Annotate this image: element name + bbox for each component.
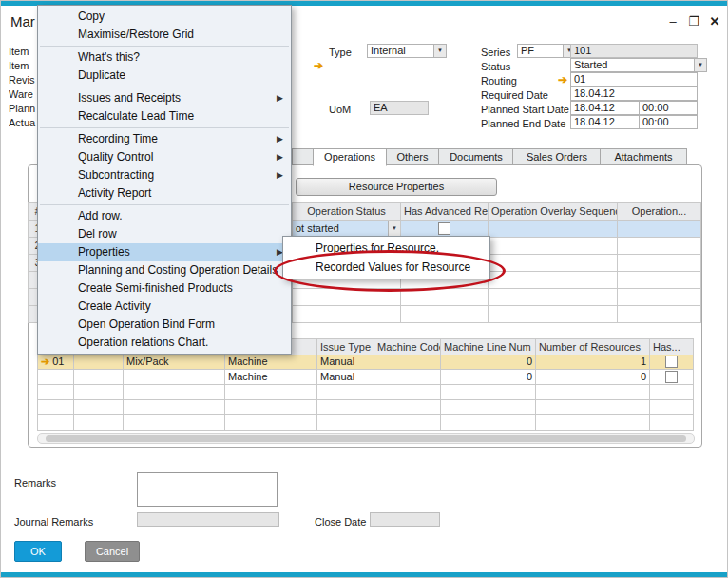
table-cell[interactable] [374, 385, 441, 400]
operation-name-cell[interactable]: Mix/Pack [124, 355, 225, 370]
series-dropdown[interactable]: PF ▼ [517, 44, 576, 58]
link-arrow-icon[interactable]: ➔ [558, 74, 567, 86]
table-cell[interactable] [618, 238, 701, 255]
close-date-field[interactable] [370, 512, 440, 527]
table-cell[interactable] [38, 400, 74, 415]
dropdown-arrow-icon[interactable]: ▼ [694, 59, 706, 71]
table-cell[interactable] [401, 289, 489, 306]
journal-remarks-field[interactable] [137, 512, 279, 527]
table-cell[interactable] [374, 400, 441, 415]
table-cell[interactable] [38, 415, 74, 431]
issue-type-cell[interactable]: Manual [317, 370, 374, 385]
menu-item-whats-this[interactable]: What's this? [38, 48, 291, 67]
machine-code-cell[interactable] [374, 370, 441, 385]
link-arrow-icon[interactable]: ➔ [314, 60, 323, 71]
has-checkbox[interactable] [665, 371, 678, 383]
table-cell[interactable] [317, 415, 374, 431]
uom-field[interactable]: EA [370, 101, 429, 115]
menu-item-open-operation-bind-form[interactable]: Open Operation Bind Form [38, 316, 291, 334]
table-cell[interactable] [317, 385, 374, 400]
menu-item-duplicate[interactable]: Duplicate [38, 67, 291, 85]
table-cell[interactable] [618, 272, 701, 289]
menu-item-copy[interactable]: Copy [38, 8, 291, 26]
table-cell[interactable] [489, 272, 618, 289]
menu-item-quality-control[interactable]: Quality Control▶ [38, 148, 291, 166]
has-checkbox[interactable] [665, 356, 678, 368]
table-cell[interactable] [536, 400, 650, 415]
table-cell[interactable] [317, 400, 374, 415]
menu-item-add-row[interactable]: Add row. [38, 207, 291, 225]
routing-field[interactable]: 01 [570, 72, 698, 87]
table-cell[interactable] [74, 400, 124, 415]
table-cell[interactable] [225, 385, 317, 400]
menu-item-del-row[interactable]: Del row [38, 225, 291, 243]
table-cell[interactable] [618, 255, 701, 272]
has-cell[interactable] [650, 370, 694, 385]
operation-code-cell[interactable]: ➔01 [38, 355, 74, 370]
menu-item-subcontracting[interactable]: Subcontracting▶ [38, 166, 291, 184]
table-cell[interactable] [618, 306, 701, 323]
resource-type-cell[interactable]: Machine [225, 355, 317, 370]
planned-end-date-field[interactable]: 18.04.12 [570, 115, 640, 129]
machine-line-num-cell[interactable]: 0 [441, 355, 536, 370]
link-arrow-icon[interactable]: ➔ [41, 356, 49, 367]
number-of-resources-cell[interactable]: 1 [536, 355, 650, 370]
menu-item-properties[interactable]: Properties▶ [38, 243, 291, 261]
table-cell[interactable] [225, 415, 317, 431]
resource-properties-button[interactable]: Resource Properties [296, 178, 497, 196]
table-cell[interactable] [124, 400, 225, 415]
table-cell[interactable] [225, 400, 317, 415]
ok-button[interactable]: OK [14, 541, 62, 562]
menu-item-issues-and-receipts[interactable]: Issues and Receipts▶ [38, 89, 291, 107]
status-dropdown[interactable]: Started ▼ [570, 58, 707, 72]
cancel-button[interactable]: Cancel [85, 541, 140, 562]
menu-item-operation-relations-chart[interactable]: Operation relations Chart. [38, 334, 291, 352]
maximize-button[interactable]: ❐ [685, 13, 702, 30]
tab-operations[interactable]: Operations [313, 148, 387, 166]
advanced-relation-checkbox[interactable] [438, 222, 450, 235]
menu-item-maximise-restore-grid[interactable]: Maximise/Restore Grid [38, 26, 291, 44]
table-cell[interactable] [489, 238, 618, 255]
table-cell[interactable] [124, 385, 225, 400]
has-cell[interactable] [650, 355, 694, 370]
menu-item-recalculate-lead-time[interactable]: Recalculate Lead Time [38, 107, 291, 125]
table-cell[interactable] [74, 370, 124, 385]
menu-item-recording-time[interactable]: Recording Time▶ [38, 130, 291, 148]
table-cell[interactable] [441, 385, 536, 400]
tab-attachments[interactable]: Attachments [600, 148, 687, 165]
table-cell[interactable] [401, 306, 489, 323]
remarks-input[interactable] [137, 472, 278, 507]
issue-type-cell[interactable]: Manual [317, 355, 374, 370]
table-cell[interactable] [618, 289, 701, 306]
scrollbar-thumb[interactable] [46, 435, 686, 442]
resource-type-cell[interactable]: Machine [225, 370, 317, 385]
table-cell[interactable] [74, 385, 124, 400]
planned-start-time-field[interactable]: 00:00 [639, 101, 698, 115]
planned-start-date-field[interactable]: 18.04.12 [570, 101, 640, 115]
required-date-field[interactable]: 18.04.12 [570, 87, 698, 101]
tab-others[interactable]: Others [385, 148, 440, 165]
tab-partial[interactable] [292, 148, 315, 165]
machine-code-cell[interactable] [374, 355, 441, 370]
table-cell[interactable] [293, 306, 401, 323]
table-cell[interactable] [618, 221, 701, 238]
menu-item-planning-and-costing-operation-details[interactable]: Planning and Costing Operation Details [38, 261, 291, 279]
table-cell[interactable] [489, 255, 618, 272]
table-cell[interactable] [650, 415, 694, 431]
document-number-field[interactable]: 101 [570, 44, 698, 58]
operation-code-cell[interactable] [38, 370, 74, 385]
machine-line-num-cell[interactable]: 0 [441, 370, 536, 385]
operation-name-cell[interactable] [124, 370, 225, 385]
table-cell[interactable] [74, 355, 124, 370]
table-cell[interactable] [489, 221, 618, 238]
type-dropdown[interactable]: Internal ▼ [367, 44, 447, 58]
table-cell[interactable] [650, 385, 694, 400]
table-cell[interactable] [536, 385, 650, 400]
table-cell[interactable] [374, 415, 441, 431]
table-cell[interactable] [441, 415, 536, 431]
minimize-button[interactable]: – [664, 13, 681, 30]
table-cell[interactable] [38, 385, 74, 400]
menu-item-create-activity[interactable]: Create Activity [38, 298, 291, 316]
table-cell[interactable] [536, 415, 650, 431]
tab-documents[interactable]: Documents [438, 148, 514, 165]
